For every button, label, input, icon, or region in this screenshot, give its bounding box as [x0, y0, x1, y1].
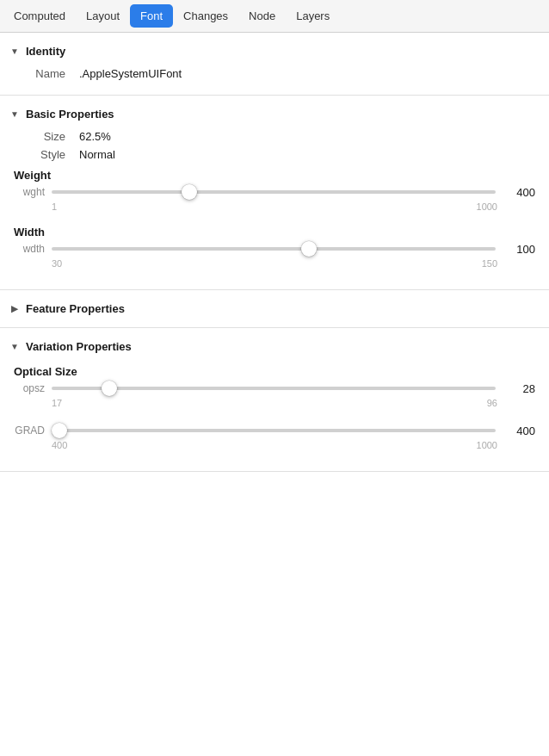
identity-collapse-icon [9, 46, 21, 58]
optical-size-title-row: Optical Size [14, 365, 535, 378]
tab-computed[interactable]: Computed [3, 4, 76, 28]
width-axis-label: wdth [14, 243, 45, 255]
optical-size-min: 17 [52, 398, 62, 408]
optical-size-max: 96 [487, 398, 497, 408]
tab-bar: Computed Layout Font Changes Node Layers [0, 0, 549, 33]
identity-name-label: Name [14, 67, 65, 80]
size-label: Size [14, 130, 65, 143]
weight-min: 1 [52, 201, 57, 212]
grad-range-row: 400 1000 [14, 439, 535, 455]
basic-properties-collapse-icon [9, 108, 21, 121]
style-label: Style [14, 148, 65, 161]
variation-properties-header[interactable]: Variation Properties [0, 337, 549, 356]
tab-layers[interactable]: Layers [286, 4, 340, 28]
weight-title-row: Weight [14, 169, 535, 182]
grad-track [52, 429, 496, 432]
tab-node[interactable]: Node [238, 4, 286, 28]
variation-properties-collapse-icon [9, 341, 21, 353]
identity-name-row: Name .AppleSystemUIFont [0, 65, 549, 83]
identity-section-header[interactable]: Identity [0, 41, 549, 61]
width-slider-row: wdth 100 [14, 240, 535, 257]
feature-properties-section: Feature Properties [0, 290, 549, 328]
tab-font[interactable]: Font [130, 4, 173, 28]
optical-size-slider-group: Optical Size opsz 28 17 96 [0, 360, 549, 417]
weight-track [52, 190, 496, 194]
style-row: Style Normal [0, 146, 549, 164]
width-value: 100 [503, 243, 535, 256]
width-title: Width [14, 226, 45, 239]
tab-layout[interactable]: Layout [76, 4, 130, 28]
identity-title: Identity [26, 45, 65, 58]
basic-properties-content: Size 62.5% Style Normal Weight wght 400 [0, 124, 549, 281]
identity-name-value: .AppleSystemUIFont [79, 67, 182, 80]
grad-thumb[interactable] [52, 423, 67, 438]
optical-size-thumb[interactable] [102, 381, 117, 396]
optical-size-range-row: 17 96 [14, 397, 535, 413]
weight-max: 1000 [477, 201, 497, 212]
feature-properties-header[interactable]: Feature Properties [0, 299, 549, 319]
weight-slider-group: Weight wght 400 1 1000 [0, 164, 549, 220]
optical-size-track-wrap[interactable] [52, 380, 496, 397]
width-title-row: Width [14, 226, 535, 239]
basic-properties-section: Basic Properties Size 62.5% Style Normal… [0, 96, 549, 290]
grad-min: 400 [52, 440, 67, 450]
weight-range-row: 1 1000 [14, 201, 535, 217]
grad-slider-row: GRAD 400 [14, 422, 535, 439]
weight-track-wrap[interactable] [52, 183, 496, 201]
grad-max: 1000 [477, 440, 497, 450]
grad-value: 400 [503, 424, 535, 437]
feature-properties-collapse-icon [9, 303, 21, 315]
basic-properties-header[interactable]: Basic Properties [0, 104, 549, 124]
variation-properties-content: Optical Size opsz 28 17 96 GRAD [0, 356, 549, 462]
grad-slider-group: GRAD 400 400 1000 [0, 417, 549, 459]
width-max: 150 [482, 258, 497, 269]
weight-thumb[interactable] [182, 184, 197, 200]
style-value: Normal [79, 148, 115, 161]
tab-changes[interactable]: Changes [173, 4, 238, 28]
identity-content: Name .AppleSystemUIFont [0, 61, 549, 86]
grad-track-wrap[interactable] [52, 422, 496, 439]
optical-size-track [52, 387, 496, 390]
weight-value: 400 [503, 186, 535, 199]
width-min: 30 [52, 258, 62, 269]
size-row: Size 62.5% [0, 127, 549, 146]
width-slider-group: Width wdth 100 30 150 [0, 220, 549, 277]
optical-size-value: 28 [503, 382, 535, 395]
weight-title: Weight [14, 169, 51, 182]
size-value: 62.5% [79, 130, 111, 143]
weight-axis-label: wght [14, 186, 45, 198]
identity-section: Identity Name .AppleSystemUIFont [0, 33, 549, 96]
optical-size-axis-label: opsz [14, 382, 45, 394]
grad-axis-label: GRAD [14, 424, 45, 437]
variation-properties-section: Variation Properties Optical Size opsz 2… [0, 328, 549, 472]
optical-size-slider-row: opsz 28 [14, 380, 535, 397]
optical-size-title: Optical Size [14, 365, 77, 378]
variation-properties-title: Variation Properties [26, 340, 132, 353]
feature-properties-title: Feature Properties [26, 302, 125, 315]
weight-slider-row: wght 400 [14, 183, 535, 201]
width-thumb[interactable] [301, 241, 317, 257]
width-track-wrap[interactable] [52, 240, 496, 257]
basic-properties-title: Basic Properties [26, 108, 114, 121]
width-track [52, 247, 496, 251]
width-range-row: 30 150 [14, 257, 535, 274]
